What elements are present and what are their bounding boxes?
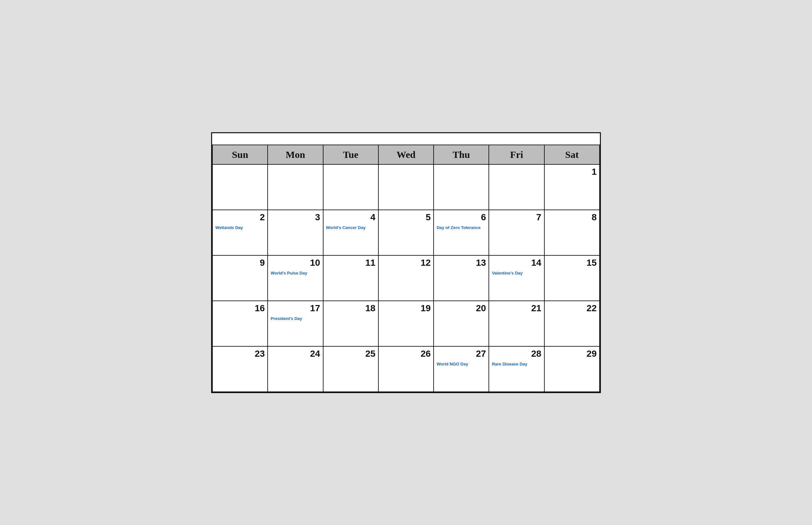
calendar-cell: 9 <box>212 255 267 301</box>
calendar-cell: 21 <box>489 301 544 346</box>
calendar-cell: 10World's Pulse Day <box>267 255 323 301</box>
day-number: 16 <box>215 303 265 314</box>
calendar-cell: 14Valentine's Day <box>489 255 544 301</box>
event-label: Rare Disease Day <box>492 362 541 366</box>
calendar-cell <box>212 164 267 210</box>
event-label: Day of Zero Tolerance <box>436 225 486 230</box>
day-header-wed: Wed <box>378 145 434 164</box>
calendar-grid: SunMonTueWedThuFriSat 12Wetlands Day34Wo… <box>212 145 600 392</box>
calendar-cell <box>434 164 489 210</box>
day-number: 27 <box>436 349 486 359</box>
day-header-tue: Tue <box>323 145 378 164</box>
calendar-cell: 16 <box>212 301 267 346</box>
day-number: 2 <box>215 212 265 223</box>
calendar-cell: 11 <box>323 255 378 301</box>
day-number: 19 <box>381 303 431 314</box>
calendar-container: SunMonTueWedThuFriSat 12Wetlands Day34Wo… <box>211 132 601 393</box>
day-number: 7 <box>492 212 541 223</box>
calendar-cell: 17President's Day <box>267 301 323 346</box>
day-header-mon: Mon <box>267 145 323 164</box>
day-number: 29 <box>547 349 597 359</box>
day-header-sun: Sun <box>212 145 267 164</box>
calendar-cell: 25 <box>323 346 378 392</box>
day-number: 14 <box>492 258 541 268</box>
day-number: 6 <box>436 212 486 223</box>
day-header-fri: Fri <box>489 145 544 164</box>
day-number: 28 <box>492 349 541 359</box>
day-number: 23 <box>215 349 265 359</box>
day-number: 24 <box>271 349 320 359</box>
event-label: World's Pulse Day <box>271 271 320 275</box>
calendar-title <box>212 133 600 145</box>
day-header-sat: Sat <box>545 145 600 164</box>
calendar-cell: 20 <box>434 301 489 346</box>
day-number: 18 <box>326 303 376 314</box>
calendar-cell <box>323 164 378 210</box>
day-number: 15 <box>547 258 597 268</box>
day-number: 20 <box>436 303 486 314</box>
day-number: 17 <box>271 303 320 314</box>
calendar-cell: 2Wetlands Day <box>212 210 267 255</box>
day-number: 11 <box>326 258 376 268</box>
day-number: 21 <box>492 303 541 314</box>
day-number: 8 <box>547 212 597 223</box>
day-header-thu: Thu <box>434 145 489 164</box>
calendar-cell <box>267 164 323 210</box>
calendar-cell: 29 <box>545 346 600 392</box>
calendar-cell: 22 <box>545 301 600 346</box>
day-number: 25 <box>326 349 376 359</box>
calendar-cell: 26 <box>378 346 434 392</box>
calendar-cell: 23 <box>212 346 267 392</box>
calendar-cell: 7 <box>489 210 544 255</box>
calendar-cell: 6Day of Zero Tolerance <box>434 210 489 255</box>
calendar-cell: 28Rare Disease Day <box>489 346 544 392</box>
event-label: Valentine's Day <box>492 271 541 275</box>
calendar-cell: 1 <box>545 164 600 210</box>
calendar-cell: 4World's Cancer Day <box>323 210 378 255</box>
calendar-cell: 13 <box>434 255 489 301</box>
day-number: 13 <box>436 258 486 268</box>
calendar-cell: 12 <box>378 255 434 301</box>
day-number: 26 <box>381 349 431 359</box>
day-number: 22 <box>547 303 597 314</box>
event-label: World NGO Day <box>436 362 486 366</box>
day-number: 1 <box>547 167 597 177</box>
day-number: 4 <box>326 212 376 223</box>
event-label: Wetlands Day <box>215 225 265 230</box>
calendar-cell: 5 <box>378 210 434 255</box>
event-label: President's Day <box>271 316 320 321</box>
day-number: 12 <box>381 258 431 268</box>
calendar-cell: 24 <box>267 346 323 392</box>
calendar-cell: 15 <box>545 255 600 301</box>
calendar-cell: 18 <box>323 301 378 346</box>
calendar-cell: 27World NGO Day <box>434 346 489 392</box>
calendar-cell: 19 <box>378 301 434 346</box>
day-number: 10 <box>271 258 320 268</box>
calendar-cell: 3 <box>267 210 323 255</box>
calendar-cell: 8 <box>545 210 600 255</box>
event-label: World's Cancer Day <box>326 225 376 230</box>
day-number: 5 <box>381 212 431 223</box>
day-number: 9 <box>215 258 265 268</box>
day-number: 3 <box>271 212 320 223</box>
calendar-cell <box>378 164 434 210</box>
calendar-cell <box>489 164 544 210</box>
